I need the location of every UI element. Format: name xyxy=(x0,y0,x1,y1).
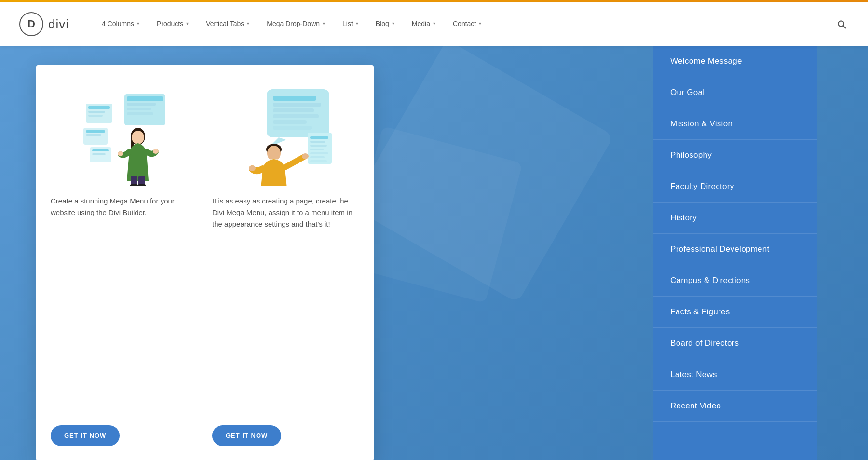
nav-item-mega-dropdown[interactable]: Mega Drop-Down ▾ xyxy=(258,2,334,46)
get-it-now-button-1[interactable]: GET IT NOW xyxy=(51,425,120,446)
svg-rect-15 xyxy=(127,108,151,110)
sidebar-item-faculty-directory[interactable]: Faculty Directory xyxy=(653,171,817,203)
chevron-down-icon: ▾ xyxy=(247,21,249,26)
svg-rect-13 xyxy=(127,96,163,101)
search-icon[interactable] xyxy=(834,17,849,31)
chevron-down-icon: ▾ xyxy=(479,21,481,26)
logo-circle: D xyxy=(19,12,43,36)
nav-item-products-label: Products xyxy=(157,20,183,27)
sidebar-item-board-of-directors[interactable]: Board of Directors xyxy=(653,328,817,359)
sidebar-item-our-goal[interactable]: Our Goal xyxy=(653,77,817,108)
logo-letter: D xyxy=(27,18,35,30)
svg-point-45 xyxy=(302,153,309,159)
nav-item-media[interactable]: Media ▾ xyxy=(403,2,444,46)
svg-rect-32 xyxy=(273,126,312,130)
main-content: Create a stunning Mega Menu for your web… xyxy=(0,46,868,460)
nav-links: 4 Columns ▾ Products ▾ Vertical Tabs ▾ M… xyxy=(93,2,834,46)
logo[interactable]: D divi xyxy=(19,12,69,36)
svg-rect-27 xyxy=(273,96,316,101)
sidebar-item-welcome-message[interactable]: Welcome Message xyxy=(653,46,817,77)
svg-rect-5 xyxy=(88,115,103,117)
nav-item-contact[interactable]: Contact ▾ xyxy=(444,2,490,46)
svg-rect-31 xyxy=(273,120,307,124)
svg-rect-14 xyxy=(127,103,156,106)
col1-description: Create a stunning Mega Menu for your web… xyxy=(51,195,198,414)
mega-menu-col-2: It is as easy as creating a page, create… xyxy=(212,80,359,446)
svg-rect-40 xyxy=(310,160,327,162)
sidebar-item-recent-video[interactable]: Recent Video xyxy=(653,391,817,422)
svg-rect-28 xyxy=(273,103,321,107)
illustration-col-2 xyxy=(212,80,359,186)
nav-item-vertical-tabs-label: Vertical Tabs xyxy=(206,20,244,27)
svg-point-42 xyxy=(267,146,281,161)
svg-rect-29 xyxy=(273,108,314,112)
nav-item-list-label: List xyxy=(342,20,353,27)
nav-item-list[interactable]: List ▾ xyxy=(334,2,367,46)
svg-rect-8 xyxy=(86,134,101,136)
nav-item-products[interactable]: Products ▾ xyxy=(148,2,197,46)
svg-rect-11 xyxy=(92,153,106,155)
svg-point-20 xyxy=(118,151,123,156)
col2-description: It is as easy as creating a page, create… xyxy=(212,195,359,414)
mega-menu-panel: Create a stunning Mega Menu for your web… xyxy=(36,65,374,460)
nav-item-4columns[interactable]: 4 Columns ▾ xyxy=(93,2,148,46)
sidebar-dropdown: Welcome Message Our Goal Mission & Visio… xyxy=(653,46,817,460)
chevron-down-icon: ▾ xyxy=(137,21,139,26)
get-it-now-button-2[interactable]: GET IT NOW xyxy=(212,425,281,446)
svg-rect-10 xyxy=(92,149,109,151)
nav-item-4columns-label: 4 Columns xyxy=(102,20,134,27)
nav-item-blog-label: Blog xyxy=(376,20,389,27)
illustration-col-1 xyxy=(51,80,198,186)
svg-rect-3 xyxy=(88,106,110,109)
nav-item-blog[interactable]: Blog ▾ xyxy=(367,2,403,46)
sidebar-item-facts-figures[interactable]: Facts & Figures xyxy=(653,297,817,328)
svg-rect-39 xyxy=(310,156,325,158)
navbar: D divi 4 Columns ▾ Products ▾ Vertical T… xyxy=(0,2,868,46)
sidebar-item-latest-news[interactable]: Latest News xyxy=(653,359,817,391)
chevron-down-icon: ▾ xyxy=(356,21,358,26)
nav-item-media-label: Media xyxy=(412,20,430,27)
nav-item-vertical-tabs[interactable]: Vertical Tabs ▾ xyxy=(197,2,258,46)
svg-rect-38 xyxy=(310,152,328,154)
sidebar-item-mission-vision[interactable]: Mission & Vision xyxy=(653,108,817,140)
sidebar-item-history[interactable]: History xyxy=(653,203,817,234)
svg-point-21 xyxy=(153,149,159,154)
sidebar-item-professional-development[interactable]: Professional Development xyxy=(653,234,817,265)
chevron-down-icon: ▾ xyxy=(186,21,189,26)
svg-rect-16 xyxy=(127,112,153,115)
chevron-down-icon: ▾ xyxy=(323,21,325,26)
svg-line-1 xyxy=(843,26,846,28)
svg-rect-30 xyxy=(273,114,319,118)
svg-rect-34 xyxy=(310,136,328,139)
chevron-down-icon: ▾ xyxy=(392,21,394,26)
nav-item-contact-label: Contact xyxy=(453,20,476,27)
svg-rect-36 xyxy=(310,145,327,147)
svg-point-19 xyxy=(132,131,144,144)
chevron-down-icon: ▾ xyxy=(433,21,435,26)
nav-item-mega-dropdown-label: Mega Drop-Down xyxy=(267,20,320,27)
logo-text: divi xyxy=(48,17,69,32)
svg-rect-4 xyxy=(88,111,105,113)
sidebar-item-philosophy[interactable]: Philosophy xyxy=(653,140,817,171)
svg-point-44 xyxy=(249,165,256,171)
mega-menu-col-1: Create a stunning Mega Menu for your web… xyxy=(51,80,198,446)
svg-rect-35 xyxy=(310,141,326,143)
svg-rect-37 xyxy=(310,149,324,150)
svg-rect-7 xyxy=(86,130,105,133)
sidebar-item-campus-directions[interactable]: Campus & Directions xyxy=(653,265,817,297)
